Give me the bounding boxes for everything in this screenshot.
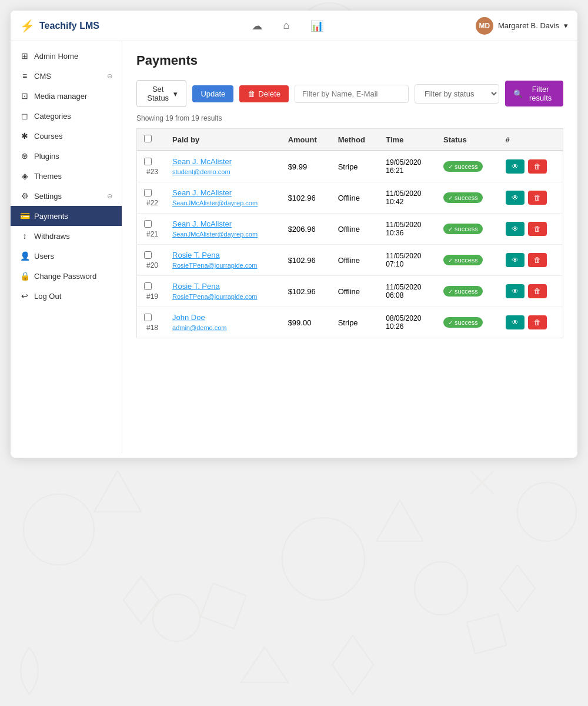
user-menu[interactable]: MD Margaret B. Davis ▾	[476, 17, 568, 35]
sidebar-label-themes: Themes	[34, 172, 62, 181]
row-delete-button-4[interactable]: 🗑	[528, 284, 547, 298]
media-manager-icon: ⊡	[20, 91, 29, 101]
sidebar-label-withdraws: Withdraws	[34, 232, 70, 241]
row-time-5: 08/05/202010:26	[379, 307, 436, 338]
table-row: #22Sean J. McAlisterSeanJMcAlister@dayre…	[137, 182, 563, 214]
row-delete-button-5[interactable]: 🗑	[528, 315, 547, 329]
row-amount-3: $102.96	[281, 245, 331, 276]
sidebar-label-settings: Settings	[34, 192, 62, 201]
row-checkbox-1[interactable]	[144, 189, 152, 197]
table-row: #18John Doeadmin@demo.com$99.00Stripe08/…	[137, 307, 563, 338]
row-method-4: Offline	[331, 276, 379, 307]
sidebar-item-log-out[interactable]: ↩Log Out	[11, 286, 122, 306]
status-badge-5: success	[443, 317, 483, 328]
svg-line-26	[470, 471, 494, 494]
sidebar-label-plugins: Plugins	[34, 152, 59, 161]
row-checkbox-4[interactable]	[144, 282, 152, 290]
cloud-icon-btn[interactable]: ☁	[249, 17, 265, 35]
sidebar-item-users[interactable]: 👤Users	[11, 246, 122, 266]
sidebar-item-plugins[interactable]: ⊛Plugins	[11, 146, 122, 166]
table-row: #21Sean J. McAlisterSeanJMcAlister@dayre…	[137, 214, 563, 245]
sidebar-item-settings[interactable]: ⚙Settings⊖	[11, 186, 122, 206]
row-amount-5: $99.00	[281, 307, 331, 338]
view-button-1[interactable]: 👁	[506, 191, 524, 205]
sidebar-label-change-password: Change Password	[34, 272, 96, 281]
view-button-2[interactable]: 👁	[506, 222, 524, 236]
set-status-chevron: ▾	[173, 89, 178, 98]
user-name-2[interactable]: Sean J. McAlister	[172, 219, 274, 228]
user-email-5[interactable]: admin@demo.com	[172, 324, 226, 331]
svg-point-10	[24, 494, 94, 565]
table-body: #23Sean J. McAlisterstudent@demo.com$9.9…	[137, 151, 563, 338]
sidebar-label-cms: CMS	[34, 72, 51, 81]
svg-marker-15	[94, 471, 141, 512]
row-checkbox-0[interactable]	[144, 158, 152, 165]
set-status-button[interactable]: Set Status ▾	[136, 80, 186, 107]
row-delete-button-3[interactable]: 🗑	[528, 253, 547, 267]
row-id-0: #23	[146, 168, 158, 176]
sidebar-item-themes[interactable]: ◈Themes	[11, 166, 122, 186]
sidebar-label-users: Users	[34, 252, 54, 261]
table-header: Paid by Amount Method Time Status #	[137, 129, 563, 151]
user-name-4[interactable]: Rosie T. Pena	[172, 282, 274, 291]
user-name-5[interactable]: John Doe	[172, 313, 274, 322]
user-name-3[interactable]: Rosie T. Pena	[172, 251, 274, 259]
filter-results-button[interactable]: 🔍 Filter results	[505, 81, 563, 106]
svg-marker-22	[500, 565, 535, 612]
sidebar-item-admin-home[interactable]: ⊞Admin Home	[11, 46, 122, 66]
action-btns-4: 👁🗑	[506, 284, 556, 298]
user-name-0[interactable]: Sean J. McAlister	[172, 157, 274, 166]
row-amount-0: $9.99	[281, 151, 331, 182]
status-badge-3: success	[443, 255, 483, 265]
delete-button[interactable]: 🗑 Delete	[239, 85, 289, 102]
svg-marker-16	[241, 647, 288, 682]
row-checkbox-2[interactable]	[144, 220, 152, 228]
sidebar-item-change-password[interactable]: 🔒Change Password	[11, 266, 122, 286]
chart-icon-btn[interactable]: 📊	[308, 17, 326, 35]
sidebar-item-cms[interactable]: ≡CMS⊖	[11, 66, 122, 86]
view-button-5[interactable]: 👁	[506, 315, 524, 329]
select-all-checkbox[interactable]	[144, 135, 152, 142]
view-button-0[interactable]: 👁	[506, 159, 524, 174]
user-email-1[interactable]: SeanJMcAlister@dayrep.com	[172, 199, 258, 207]
row-id-5: #18	[146, 324, 158, 332]
view-button-4[interactable]: 👁	[506, 284, 524, 298]
col-status: Status	[436, 129, 499, 151]
set-status-label: Set Status	[145, 85, 171, 102]
home-icon-btn[interactable]: ⌂	[281, 17, 292, 34]
sidebar: ⊞Admin Home≡CMS⊖⊡Media manager◻Categorie…	[11, 41, 122, 453]
row-time-3: 11/05/202007:10	[379, 245, 436, 276]
sidebar-item-payments[interactable]: 💳Payments	[11, 206, 122, 226]
user-email-2[interactable]: SeanJMcAlister@dayrep.com	[172, 231, 258, 238]
row-checkbox-3[interactable]	[144, 251, 152, 259]
action-btns-5: 👁🗑	[506, 315, 556, 329]
row-delete-button-1[interactable]: 🗑	[528, 191, 547, 205]
view-button-3[interactable]: 👁	[506, 253, 524, 267]
categories-icon: ◻	[20, 111, 29, 121]
update-button[interactable]: Update	[192, 85, 233, 102]
results-info: Showing 19 from 19 results	[136, 114, 563, 122]
svg-point-14	[517, 482, 576, 541]
row-id-3: #20	[146, 261, 158, 269]
table-row: #19Rosie T. PenaRosieTPena@jourrapide.co…	[137, 276, 563, 307]
user-email-3[interactable]: RosieTPena@jourrapide.com	[172, 262, 257, 269]
user-email-4[interactable]: RosieTPena@jourrapide.com	[172, 293, 257, 300]
cms-chevron: ⊖	[107, 72, 112, 80]
row-delete-button-0[interactable]: 🗑	[528, 159, 547, 174]
filter-status-select[interactable]: Filter by status Success Pending Failed	[415, 84, 499, 104]
filter-name-input[interactable]	[295, 85, 409, 103]
row-delete-button-2[interactable]: 🗑	[528, 222, 547, 236]
sidebar-item-categories[interactable]: ◻Categories	[11, 106, 122, 126]
user-name: Margaret B. Davis	[498, 21, 559, 30]
user-email-0[interactable]: student@demo.com	[172, 168, 230, 175]
sidebar-item-withdraws[interactable]: ↕Withdraws	[11, 226, 122, 246]
admin-home-icon: ⊞	[20, 51, 29, 61]
sidebar-item-courses[interactable]: ✱Courses	[11, 126, 122, 146]
row-method-3: Offline	[331, 245, 379, 276]
change-password-icon: 🔒	[20, 271, 29, 281]
brand: ⚡ Teachify LMS	[20, 19, 99, 33]
status-badge-4: success	[443, 286, 483, 297]
row-checkbox-5[interactable]	[144, 314, 152, 321]
sidebar-item-media-manager[interactable]: ⊡Media manager	[11, 86, 122, 106]
user-name-1[interactable]: Sean J. McAlister	[172, 188, 274, 197]
